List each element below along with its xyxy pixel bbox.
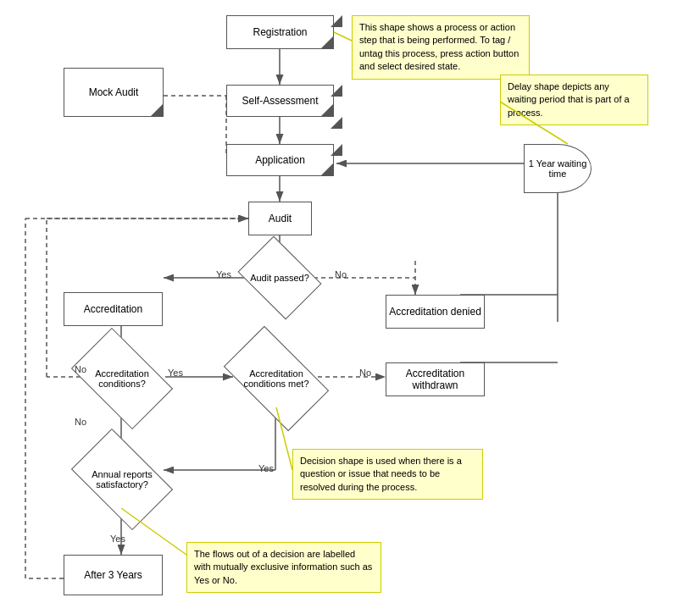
registration-box[interactable]: Registration [226,15,334,49]
corner-tag-2 [331,144,342,156]
svg-line-31 [334,32,352,41]
accreditation-conditions-met-diamond[interactable]: Accreditation conditions met? [231,350,322,407]
flow-label-no1: Yes [216,269,231,279]
flow-label-no5: No [359,368,371,378]
flow-label-no2: No [335,269,347,279]
audit-passed-diamond[interactable]: Audit passed? [246,252,314,303]
tooltip-flows: The flows out of a decision are labelled… [186,542,381,593]
corner-tag-4 [331,117,342,129]
diagram-container: Registration Mock Audit Self-Assessment … [0,0,700,614]
corner-tag-3 [331,15,342,27]
tooltip-process: This shape shows a process or action ste… [352,15,530,80]
flow-label-yes3: Yes [258,463,274,473]
audit-box[interactable]: Audit [248,202,312,235]
tooltip-decision: Decision shape is used when there is a q… [292,449,483,500]
self-assessment-box[interactable]: Self-Assessment [226,85,334,117]
flow-label-yes2: Yes [168,368,183,378]
corner-tag-1 [331,85,342,97]
delay-shape[interactable]: 1 Year waiting time [524,144,592,193]
after-years-box[interactable]: After 3 Years [64,555,163,595]
accreditation-withdrawn-box[interactable]: Accreditation withdrawn [386,362,485,396]
tooltip-delay: Delay shape depicts any waiting period t… [500,75,648,125]
mock-audit-box[interactable]: Mock Audit [64,68,164,117]
accreditation-conditions-diamond[interactable]: Accreditation conditions? [79,350,165,407]
accreditation-denied-box[interactable]: Accreditation denied [386,295,485,329]
annual-reports-diamond[interactable]: Annual reports satisfactory? [79,451,165,508]
flow-label-yes4: Yes [110,534,125,544]
accreditation-box[interactable]: Accreditation [64,292,163,326]
application-box[interactable]: Application [226,144,334,176]
flow-label-no3: No [75,417,86,427]
